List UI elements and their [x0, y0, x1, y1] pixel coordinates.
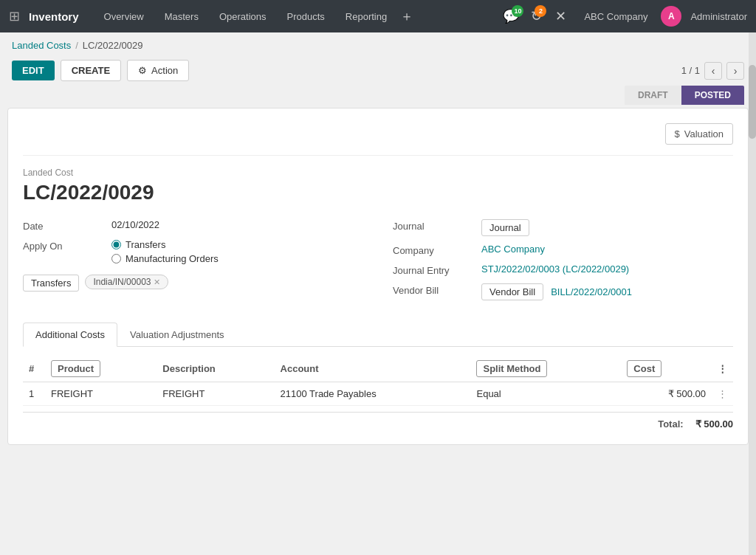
- top-nav: ⊞ Inventory Overview Masters Operations …: [0, 0, 756, 32]
- tag-close-icon[interactable]: ✕: [154, 278, 160, 287]
- valuation-button[interactable]: $ Valuation: [665, 123, 733, 145]
- col-header-hash: #: [23, 356, 45, 382]
- form-sub-label: Landed Cost: [23, 168, 733, 178]
- company-link[interactable]: ABC Company: [481, 244, 545, 255]
- tab-additional-costs[interactable]: Additional Costs: [23, 323, 117, 347]
- nav-reporting[interactable]: Reporting: [338, 8, 394, 25]
- cell-split-method: Equal: [470, 382, 621, 406]
- breadcrumb-parent[interactable]: Landed Costs: [12, 40, 71, 51]
- apply-on-field-row: Apply On Transfers Manufacturing Orders: [23, 239, 363, 267]
- right-fields: Journal Journal Company ABC Company Jour…: [393, 219, 733, 308]
- company-name: ABC Company: [584, 11, 647, 22]
- valuation-row: $ Valuation: [23, 123, 733, 156]
- total-value: ₹ 500.00: [695, 418, 733, 430]
- apply-on-options: Transfers Manufacturing Orders: [111, 239, 219, 267]
- col-header-cost[interactable]: Cost: [621, 356, 712, 382]
- journal-entry-field-row: Journal Entry STJ/2022/02/0003 (LC/2022/…: [393, 263, 733, 276]
- manufacturing-radio[interactable]: [111, 254, 121, 263]
- journal-label: Journal: [393, 219, 481, 232]
- admin-name: Administrator: [690, 11, 747, 22]
- cell-description: FREIGHT: [157, 382, 274, 406]
- grid-icon[interactable]: ⊞: [9, 8, 20, 24]
- settings-icon[interactable]: ✕: [555, 8, 566, 24]
- journal-entry-label: Journal Entry: [393, 263, 481, 276]
- refresh-badge: 2: [535, 5, 546, 17]
- company-label: Company: [393, 244, 481, 256]
- prev-page-button[interactable]: ‹: [704, 62, 722, 80]
- breadcrumb: Landed Costs / LC/2022/0029: [0, 32, 756, 55]
- col-header-menu: ⋮: [712, 356, 733, 382]
- transfer-tag[interactable]: India/IN/00003 ✕: [85, 275, 168, 289]
- date-label: Date: [23, 219, 111, 232]
- action-button[interactable]: ⚙ Action: [127, 60, 189, 81]
- tab-valuation-adjustments[interactable]: Valuation Adjustments: [117, 323, 237, 347]
- form-title: LC/2022/0029: [23, 181, 733, 204]
- col-header-split-method[interactable]: Split Method: [470, 356, 621, 382]
- vendor-bill-group: Vendor Bill BILL/2022/02/0001: [481, 283, 632, 300]
- refresh-button[interactable]: ↻ 2: [531, 8, 542, 24]
- cell-product: FREIGHT: [45, 382, 157, 406]
- manufacturing-radio-row: Manufacturing Orders: [111, 253, 219, 264]
- status-bar: DRAFT POSTED: [0, 86, 756, 105]
- vendor-bill-field-row: Vendor Bill Vendor Bill BILL/2022/02/000…: [393, 283, 733, 300]
- breadcrumb-current: LC/2022/0029: [83, 40, 143, 51]
- add-menu-icon[interactable]: ＋: [400, 7, 413, 25]
- cell-menu[interactable]: ⋮: [712, 382, 733, 406]
- cell-account: 21100 Trade Payables: [275, 382, 471, 406]
- gear-icon: ⚙: [138, 65, 147, 76]
- messages-badge: 10: [512, 5, 523, 17]
- col-header-product[interactable]: Product: [45, 356, 157, 382]
- app-name: Inventory: [29, 10, 79, 23]
- dollar-icon: $: [675, 128, 680, 139]
- vendor-bill-link[interactable]: BILL/2022/02/0001: [551, 286, 632, 297]
- cell-cost: ₹ 500.00: [621, 382, 712, 406]
- journal-button[interactable]: Journal: [481, 219, 529, 236]
- transfer-tag-value: India/IN/00003: [93, 277, 151, 287]
- col-header-description: Description: [157, 356, 274, 382]
- messages-button[interactable]: 💬 10: [503, 8, 519, 24]
- transfers-section: Transfers India/IN/00003 ✕: [23, 275, 363, 292]
- status-posted[interactable]: POSTED: [681, 86, 744, 105]
- nav-masters[interactable]: Masters: [157, 8, 206, 25]
- breadcrumb-separator: /: [75, 40, 78, 51]
- apply-on-label: Apply On: [23, 239, 111, 252]
- status-draft[interactable]: DRAFT: [625, 86, 681, 105]
- nav-operations[interactable]: Operations: [212, 8, 274, 25]
- left-fields: Date 02/10/2022 Apply On Transfers Manuf…: [23, 219, 363, 308]
- transfers-radio[interactable]: [111, 240, 121, 249]
- scrollbar-thumb[interactable]: [749, 65, 756, 139]
- next-page-button[interactable]: ›: [726, 62, 744, 80]
- avatar: A: [661, 6, 681, 27]
- cost-table: # Product Description Account Split Meth…: [23, 356, 733, 406]
- pagination-text: 1 / 1: [681, 65, 700, 76]
- col-header-account: Account: [275, 356, 471, 382]
- tabs: Additional Costs Valuation Adjustments: [23, 323, 733, 347]
- manufacturing-radio-label: Manufacturing Orders: [126, 253, 219, 264]
- transfers-radio-row: Transfers: [111, 239, 219, 250]
- vendor-bill-label: Vendor Bill: [393, 283, 481, 296]
- company-field-row: Company ABC Company: [393, 244, 733, 256]
- date-field-row: Date 02/10/2022: [23, 219, 363, 232]
- date-value: 02/10/2022: [111, 219, 159, 230]
- fields-grid: Date 02/10/2022 Apply On Transfers Manuf…: [23, 219, 733, 308]
- transfers-button[interactable]: Transfers: [23, 275, 79, 292]
- journal-field-row: Journal Journal: [393, 219, 733, 236]
- valuation-label: Valuation: [684, 128, 724, 139]
- action-label: Action: [151, 65, 178, 76]
- vendor-bill-button[interactable]: Vendor Bill: [481, 283, 543, 300]
- total-label: Total:: [658, 418, 683, 430]
- edit-button[interactable]: EDIT: [12, 61, 55, 80]
- table-row: 1 FREIGHT FREIGHT 21100 Trade Payables E…: [23, 382, 733, 406]
- create-button[interactable]: CREATE: [61, 60, 121, 81]
- main-card: $ Valuation Landed Cost LC/2022/0029 Dat…: [7, 108, 749, 445]
- cell-num: 1: [23, 382, 45, 406]
- table-header-row: # Product Description Account Split Meth…: [23, 356, 733, 382]
- scrollbar-track: [749, 32, 756, 555]
- total-row: Total: ₹ 500.00: [23, 412, 733, 430]
- nav-products[interactable]: Products: [280, 8, 332, 25]
- journal-entry-link[interactable]: STJ/2022/02/0003 (LC/2022/0029): [481, 263, 629, 275]
- nav-overview[interactable]: Overview: [97, 8, 151, 25]
- transfers-radio-label: Transfers: [126, 239, 165, 250]
- toolbar: EDIT CREATE ⚙ Action 1 / 1 ‹ ›: [0, 55, 756, 86]
- pagination: 1 / 1 ‹ ›: [681, 62, 744, 80]
